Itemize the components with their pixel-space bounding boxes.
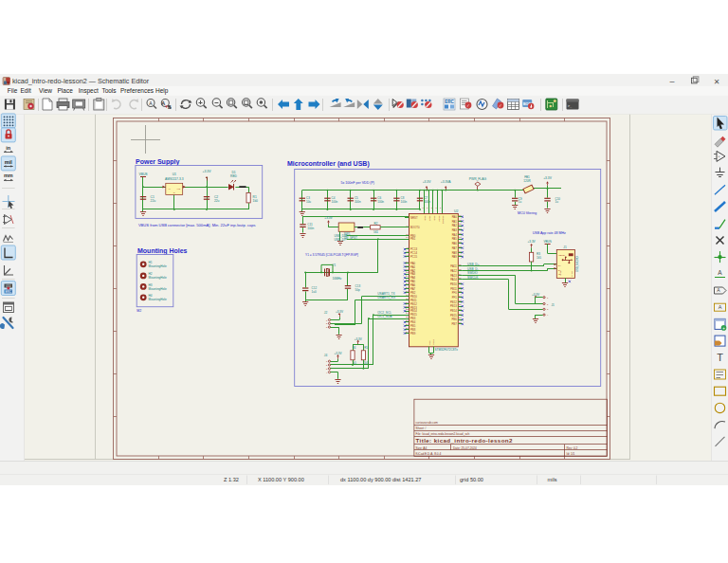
svg-text:Mounting Holes: Mounting Holes [137,247,188,255]
svg-text:Help: Help [155,87,169,95]
svg-text:SWDIO: SWDIO [467,271,478,275]
svg-text:1u: 1u [519,200,522,204]
svg-text:PA4: PA4 [452,233,458,237]
svg-text:PA12: PA12 [450,269,457,273]
svg-text:D-: D- [558,269,561,272]
svg-text:Rev: 0.2: Rev: 0.2 [567,446,578,450]
svg-text:PA5: PA5 [452,237,458,241]
svg-text:ERC: ERC [445,100,454,104]
svg-text:T: T [717,352,723,363]
svg-text:PF0: PF0 [452,291,458,295]
svg-text:USB_D-: USB_D- [467,267,479,271]
svg-text:1k0: 1k0 [253,199,258,203]
svg-text:+3.3V: +3.3V [528,240,537,244]
svg-text:AMS1117-3.3: AMS1117-3.3 [165,177,184,181]
svg-text:U1: U1 [173,173,176,176]
svg-text:PA14: PA14 [450,278,457,282]
svg-text:1k5: 1k5 [364,361,369,365]
svg-text:1k5: 1k5 [537,256,541,260]
svg-text:USB_DP: USB_DP [335,238,347,242]
svg-text:A: A [718,269,722,276]
svg-text:Title: kicad_intro-redo-lesson: Title: kicad_intro-redo-lesson2 [416,437,514,444]
svg-text:USB_D+: USB_D+ [467,263,480,266]
svg-text:1u0: 1u0 [312,290,317,294]
svg-text:PB12: PB12 [450,300,457,304]
svg-text:MCU filtering: MCU filtering [518,211,537,215]
svg-text:Shield: Shield [571,270,573,277]
svg-text:10u: 10u [306,200,311,204]
svg-text:PA1: PA1 [452,220,458,224]
svg-text:R4: R4 [353,346,356,350]
svg-text:PA13: PA13 [450,274,457,278]
svg-text:USART1_RX: USART1_RX [377,296,396,300]
svg-text:Y1: Y1 [333,263,337,267]
svg-text:22u: 22u [151,199,156,203]
svg-text:File: kicad_intro-redo-lesson2: File: kicad_intro-redo-lesson2.kicad_sch [416,432,470,436]
svg-text:+3.3V: +3.3V [324,216,333,220]
svg-text:PB11: PB11 [450,287,457,291]
svg-text:mils: mils [548,477,557,482]
svg-text:RED: RED [230,174,238,178]
svg-text:R2: R2 [374,222,378,226]
svg-text:Place: Place [58,87,74,94]
svg-text:J4: J4 [324,354,328,357]
svg-text:VBUS from USB connector [max.: VBUS from USB connector [max. 500mA]. Mi… [138,223,256,227]
svg-text:J1: J1 [563,245,567,249]
svg-text:J1: J1 [552,303,555,307]
svg-text:MountingHole: MountingHole [149,276,167,280]
svg-text:1u: 1u [555,200,559,204]
svg-text:VBUS: VBUS [543,240,551,244]
svg-text:Power Supply: Power Supply [136,158,179,166]
svg-text:KiCad E.D.A. 8.0.4: KiCad E.D.A. 8.0.4 [416,452,442,456]
svg-text:R5: R5 [364,346,368,350]
svg-text:Size: A4: Size: A4 [416,446,428,450]
svg-text:Inspect: Inspect [79,87,99,95]
svg-text:NRST: NRST [410,216,418,220]
svg-text:+: + [719,154,720,158]
svg-text:Edit: Edit [21,87,31,94]
svg-text:PB9: PB9 [410,332,416,336]
svg-text:B: B [168,104,172,110]
svg-text:Microcontroller (and USB): Microcontroller (and USB) [287,160,370,168]
svg-text:PB1: PB1 [410,237,416,241]
svg-text:PA6: PA6 [452,242,458,245]
svg-text:Date: 25-07-2024: Date: 25-07-2024 [453,446,477,450]
svg-text:VBUS: VBUS [138,173,148,176]
svg-text:100n: 100n [401,200,408,204]
svg-text:BOOT0: BOOT0 [410,226,420,229]
svg-text:PA8: PA8 [452,251,458,255]
svg-text:Z 1.32: Z 1.32 [224,477,239,482]
svg-text:5x 100nF per VDD (P): 5x 100nF per VDD (P) [341,181,375,185]
svg-text:PA7: PA7 [452,246,458,250]
svg-text:VDDIO2: VDDIO2 [443,216,445,225]
svg-text:dx 1100.00 dy 900.00 dist 14: dx 1100.00 dy 900.00 dist 1421.27 [340,477,421,482]
svg-text:grid 50.00: grid 50.00 [460,477,483,482]
svg-text:50p: 50p [355,288,360,292]
svg-text:VO: VO [177,188,181,191]
svg-text:ERC: ERC [5,290,11,294]
svg-text:U2: U2 [454,209,458,213]
svg-text:mm: mm [4,173,13,178]
svg-text:G: G [173,191,175,194]
svg-text:VSSA: VSSA [432,338,434,345]
svg-text:PA0: PA0 [452,215,458,219]
svg-text:+3.3V: +3.3V [203,170,212,173]
svg-text:PA2: PA2 [452,224,458,227]
svg-text:Id: 1/1: Id: 1/1 [567,452,575,456]
svg-text:J2: J2 [324,311,328,315]
svg-text:USB_MICRO: USB_MICRO [575,256,579,272]
svg-text:–: – [669,77,674,86]
svg-text:A: A [719,304,722,310]
svg-text:ID: ID [558,273,561,276]
svg-text:+3.3V: +3.3V [532,293,540,297]
svg-text:100n: 100n [377,200,384,204]
svg-text:100n: 100n [424,200,430,204]
svg-text:Tools: Tools [101,87,117,94]
svg-text:in: in [6,145,11,151]
svg-text:VBAT: VBAT [429,216,431,222]
svg-text:Y1 = 3.579545 [C16-PC08-TQFP-R: Y1 = 3.579545 [C16-PC08-TQFP-RGP] [305,253,358,257]
svg-text:PB7: PB7 [452,322,458,326]
svg-text:View: View [39,87,52,94]
svg-text:VI: VI [169,188,172,191]
svg-text:MountingHole: MountingHole [149,287,167,291]
